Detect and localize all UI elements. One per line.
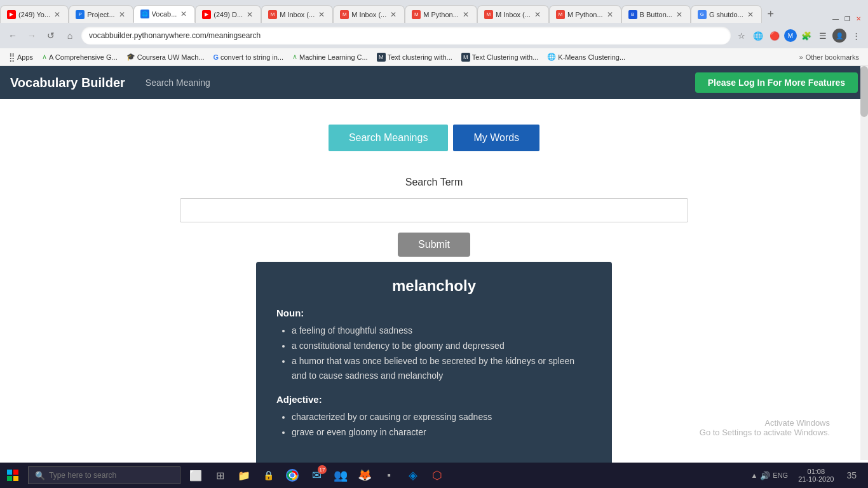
taskbar-mail-icon[interactable]: ✉ 17 [305, 464, 328, 478]
adjective-meaning-1: characterized by or causing or expressin… [292, 410, 592, 425]
bookmark-ml[interactable]: ∧ Machine Learning C... [288, 51, 372, 62]
bookmark-star-icon[interactable]: ☆ [735, 29, 749, 43]
noun-meaning-3: a humor that was once believed to be sec… [292, 354, 592, 384]
extension-4-icon[interactable]: ☰ [816, 29, 830, 43]
submit-button[interactable]: Submit [398, 233, 470, 257]
system-tray-icons[interactable]: ▲ 🔊 ENG [747, 471, 792, 478]
extension-2-icon[interactable]: M [784, 29, 797, 42]
tab-5-close[interactable]: ✕ [317, 10, 326, 19]
noun-meaning-1: a feeling of thoughtful sadness [292, 323, 592, 339]
tab-11[interactable]: G G shutdo... ✕ [691, 5, 762, 23]
search-input[interactable] [180, 198, 688, 222]
tab-8-title: M Inbox (... [496, 11, 531, 18]
bookmark-kmeans[interactable]: 🌐 K-Means Clustering... [543, 51, 629, 62]
search-label: Search Term [405, 177, 463, 188]
tab-10-close[interactable]: ✕ [675, 10, 684, 19]
taskbar-quick-icons: ⬜ ⊞ 📁 🔒 [183, 465, 281, 478]
taskbar-firefox-icon[interactable]: 🦊 [353, 464, 376, 478]
tab-8-close[interactable]: ✕ [533, 10, 542, 19]
tab-1-close[interactable]: ✕ [53, 10, 62, 19]
home-button[interactable]: ⌂ [62, 28, 78, 43]
page-content: Vocabulary Builder Search Meaning Please… [0, 66, 868, 478]
taskbar-app-icons: ✉ 17 👥 🦊 ▪ ◈ ⬡ [281, 464, 449, 478]
bookmarks-more-button[interactable]: » Other bookmarks [796, 52, 864, 62]
nav-search-meaning[interactable]: Search Meaning [140, 78, 215, 88]
tab-9[interactable]: M M Python... ✕ [549, 5, 621, 23]
minimize-button[interactable]: — [831, 14, 840, 23]
tab-10[interactable]: B B Button... ✕ [621, 5, 691, 23]
tab-9-close[interactable]: ✕ [606, 10, 614, 19]
taskbar-teams-icon[interactable]: 👥 [329, 464, 352, 478]
browser-ext-icon[interactable]: 🌐 [751, 29, 765, 43]
bookmark-kmeans-label: K-Means Clustering... [558, 53, 625, 61]
taskbar-extra-icon[interactable]: ⬡ [426, 464, 449, 478]
scrollbar-thumb[interactable] [860, 66, 868, 117]
tab-3-close[interactable]: ✕ [179, 10, 188, 18]
start-button[interactable] [0, 463, 25, 478]
noun-section: Noun: a feeling of thoughtful sadness a … [276, 308, 592, 384]
tab-1[interactable]: ▶ (249) Yo... ✕ [0, 5, 69, 23]
adjective-section: Adjective: characterized by or causing o… [276, 394, 592, 440]
extension-1-icon[interactable]: 🔴 [768, 29, 782, 43]
tab-2-title: Project... [87, 11, 114, 18]
scrollbar[interactable] [860, 66, 868, 460]
tab-3-active[interactable]: 🌐 Vocab... ✕ [133, 5, 196, 23]
bookmark-text-clustering-2-label: Text Clustering with... [472, 53, 539, 61]
tab-4[interactable]: ▶ (249) D... ✕ [195, 5, 261, 23]
my-words-tab[interactable]: My Words [453, 125, 539, 151]
user-avatar-icon[interactable]: 👤 [832, 29, 846, 43]
tab-8[interactable]: M M Inbox (... ✕ [477, 5, 549, 23]
tab-11-close[interactable]: ✕ [746, 10, 755, 19]
noun-meanings-list: a feeling of thoughtful sadness a consti… [276, 323, 592, 384]
search-meanings-tab[interactable]: Search Meanings [329, 125, 449, 151]
svg-point-6 [290, 473, 295, 478]
reload-button[interactable]: ↺ [43, 28, 58, 43]
bookmark-coursera[interactable]: 🎓 Coursera UW Mach... [123, 51, 208, 62]
file-explorer-icon[interactable]: 📁 [234, 465, 254, 478]
taskbar-chrome-icon[interactable] [281, 464, 304, 478]
address-input[interactable] [81, 27, 731, 44]
tab-buttons: Search Meanings My Words [329, 125, 539, 151]
tab-11-title: G shutdo... [709, 11, 743, 18]
forward-button[interactable]: → [24, 28, 39, 43]
task-view-button[interactable]: ⬜ [186, 465, 206, 478]
tab-10-title: B Button... [640, 11, 672, 18]
tab-bar: ▶ (249) Yo... ✕ P Project... ✕ 🌐 Vocab..… [0, 0, 868, 23]
tab-5-title: M Inbox (... [280, 11, 315, 18]
app-navbar: Vocabulary Builder Search Meaning Please… [0, 66, 868, 99]
taskbar-search[interactable]: 🔍 [28, 466, 180, 478]
tab-2-close[interactable]: ✕ [118, 10, 126, 19]
tab-4-close[interactable]: ✕ [245, 10, 254, 19]
tab-5[interactable]: M M Inbox (... ✕ [261, 5, 333, 23]
new-tab-button[interactable]: + [762, 5, 780, 23]
bookmark-comprehensive[interactable]: ∧ A Comprehensive G... [38, 51, 121, 62]
bookmark-convert-label: convert to string in... [220, 53, 283, 61]
bookmark-convert[interactable]: G convert to string in... [209, 52, 287, 62]
settings-icon[interactable]: 🔒 [258, 465, 278, 478]
toolbar-icons: ☆ 🌐 🔴 M 🧩 ☰ 👤 ⋮ [735, 29, 863, 43]
tab-7[interactable]: M M Python... ✕ [405, 5, 477, 23]
notification-button[interactable]: 35 [840, 470, 863, 478]
maximize-button[interactable]: ❐ [843, 14, 851, 23]
tab-7-close[interactable]: ✕ [461, 10, 470, 19]
tab-6-close[interactable]: ✕ [389, 10, 398, 19]
bookmark-apps[interactable]: ⣿ Apps [5, 51, 37, 63]
extension-3-icon[interactable]: 🧩 [799, 29, 813, 43]
login-button[interactable]: Please Log In For More Features [695, 72, 858, 93]
taskbar-terminal-icon[interactable]: ▪ [377, 464, 400, 478]
close-button[interactable]: ✕ [854, 14, 863, 23]
bookmark-text-clustering-1[interactable]: M Text clustering with... [373, 51, 456, 63]
bookmark-ml-label: Machine Learning C... [299, 53, 368, 61]
taskbar-search-input[interactable] [49, 471, 170, 478]
bookmark-text-clustering-2[interactable]: M Text Clustering with... [458, 51, 543, 63]
back-button[interactable]: ← [5, 28, 20, 43]
taskbar-time: 01:08 [808, 468, 825, 475]
tab-6[interactable]: M M Inbox (... ✕ [333, 5, 405, 23]
main-area: Search Meanings My Words Search Term Sub… [0, 99, 868, 478]
taskbar-apps-icon[interactable]: ⊞ [210, 465, 230, 478]
system-clock[interactable]: 01:08 21-10-2020 [794, 468, 837, 478]
taskbar-vscode-icon[interactable]: ◈ [402, 464, 424, 478]
tab-2[interactable]: P Project... ✕ [69, 5, 133, 23]
menu-button[interactable]: ⋮ [849, 29, 863, 43]
bookmark-apps-label: Apps [17, 53, 33, 61]
